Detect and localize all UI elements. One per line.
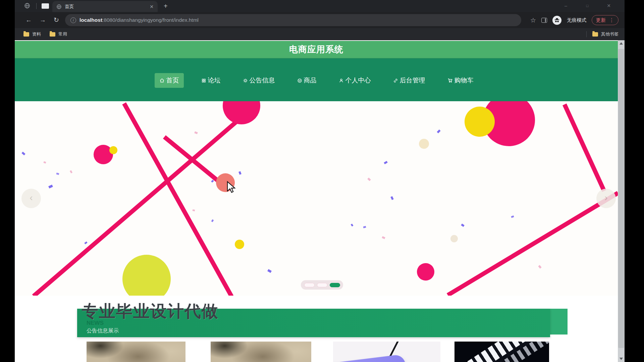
window-maximize-button[interactable]: □: [580, 1, 595, 10]
decor-circle: [417, 263, 434, 281]
window-thumbnail-icon[interactable]: [42, 3, 49, 9]
url-text: localhost:8080/dianshangyingyong/front/i…: [79, 17, 199, 23]
nav-item-forum[interactable]: 论坛: [197, 73, 225, 88]
confetti: [267, 269, 272, 273]
confetti: [43, 161, 46, 164]
decor-circle: [465, 107, 495, 137]
update-menu-button[interactable]: 更新 ⋮: [592, 15, 619, 25]
divider: [586, 31, 587, 37]
new-tab-button[interactable]: +: [164, 2, 168, 10]
confetti: [363, 226, 366, 228]
admin-link-icon: [393, 78, 398, 83]
confetti: [367, 178, 371, 181]
incognito-icon: [552, 16, 561, 25]
user-icon: [339, 78, 344, 83]
browser-toolbar: ← → ↻ i localhost:8080/dianshangyingyong…: [15, 12, 625, 28]
confetti: [511, 216, 514, 218]
browser-window: 首页 ✕ + – □ ✕ ← → ↻ i localhost:8080/dian…: [15, 0, 625, 362]
announcement-image[interactable]: [87, 342, 185, 362]
banner-subtitle: 公告信息展示: [87, 327, 119, 335]
device-shape: [333, 354, 410, 362]
reload-icon[interactable]: ↻: [54, 16, 59, 24]
folder-icon: [50, 32, 55, 37]
banner-watermark-text: 专业毕业设计代做: [82, 300, 219, 322]
forward-icon[interactable]: →: [40, 16, 46, 24]
nav-menu: 首页 论坛 公告信息 商品 个人中心: [15, 73, 618, 88]
mouse-cursor: [227, 181, 236, 194]
confetti: [48, 185, 53, 188]
window-minimize-button[interactable]: –: [558, 1, 574, 10]
page-content: 电商应用系统 首页 论坛 公告信息 商品: [15, 40, 625, 362]
tab-close-icon[interactable]: ✕: [150, 4, 154, 9]
folder-icon: [23, 32, 29, 37]
carousel-next-button[interactable]: ›: [596, 189, 616, 208]
carousel-prev-button[interactable]: ‹: [21, 189, 41, 208]
nav-item-goods[interactable]: 商品: [292, 73, 321, 88]
page-info-icon[interactable]: i: [70, 17, 76, 23]
site-header: 电商应用系统: [15, 41, 618, 58]
confetti: [211, 219, 214, 222]
announcement-image[interactable]: [454, 342, 549, 362]
confetti: [84, 241, 87, 244]
nav-item-announcements[interactable]: 公告信息: [238, 73, 280, 88]
window-close-button[interactable]: ✕: [601, 1, 616, 10]
confetti: [21, 152, 25, 155]
decor-circle: [450, 235, 458, 242]
scrollbar-down-icon[interactable]: [618, 356, 625, 362]
other-bookmarks[interactable]: 其他书签: [586, 31, 619, 37]
confetti: [70, 170, 72, 173]
nav-item-home[interactable]: 首页: [155, 73, 184, 88]
forum-icon: [201, 78, 206, 83]
address-bar[interactable]: i localhost:8080/dianshangyingyong/front…: [65, 14, 521, 26]
confetti: [56, 173, 59, 175]
decor-circle: [419, 139, 429, 149]
decor-circle: [223, 101, 260, 124]
announcement-icon: [243, 78, 248, 83]
confetti: [384, 161, 388, 164]
decor-circle: [122, 255, 171, 296]
bookmark-folder-ziliao[interactable]: 资料: [23, 31, 41, 37]
site-nav-bar: 首页 论坛 公告信息 商品 个人中心: [15, 58, 618, 101]
nav-item-admin[interactable]: 后台管理: [388, 73, 430, 88]
bookmarks-bar: 资料 常用 其他书签: [15, 28, 625, 40]
announcement-image[interactable]: [333, 342, 440, 362]
folder-icon: [592, 32, 598, 37]
nav-item-cart[interactable]: 购物车: [443, 73, 478, 88]
confetti: [351, 224, 353, 227]
tab-title: 首页: [65, 4, 147, 10]
menu-dots-icon[interactable]: ⋮: [609, 17, 614, 23]
announcement-image[interactable]: [211, 342, 311, 362]
carousel-dot[interactable]: [330, 283, 340, 287]
confetti: [437, 129, 440, 133]
scrollbar-up-icon[interactable]: [618, 40, 625, 47]
nav-item-user-center[interactable]: 个人中心: [334, 73, 376, 88]
side-panel-icon[interactable]: [541, 18, 547, 23]
confetti: [194, 131, 198, 134]
confetti: [538, 265, 541, 269]
browser-tab[interactable]: 首页 ✕: [52, 1, 158, 12]
confetti: [193, 209, 195, 211]
divider: [36, 3, 37, 9]
goods-icon: [297, 78, 302, 83]
confetti: [390, 196, 394, 200]
confetti: [382, 236, 385, 239]
home-icon: [159, 78, 165, 83]
ribbon-shape: [447, 191, 618, 296]
carousel-indicators: [301, 280, 343, 290]
decor-circle: [109, 146, 117, 154]
page-scrollbar[interactable]: [618, 40, 625, 362]
confetti: [461, 224, 465, 227]
carousel-dot[interactable]: [304, 283, 315, 287]
decor-circle: [235, 240, 244, 249]
incognito-mode-label: 无痕模式: [567, 17, 586, 23]
back-icon[interactable]: ←: [25, 16, 32, 24]
confetti: [238, 171, 241, 175]
tab-strip: 首页 ✕ + – □ ✕: [15, 0, 625, 12]
hero-carousel: ‹ ›: [15, 101, 618, 296]
carousel-dot[interactable]: [317, 283, 327, 287]
ribbon-shape: [562, 104, 606, 192]
cart-icon: [447, 78, 453, 83]
bookmark-folder-changyong[interactable]: 常用: [50, 31, 67, 37]
scrollbar-thumb[interactable]: [618, 49, 624, 348]
bookmark-star-icon[interactable]: ☆: [530, 16, 536, 24]
